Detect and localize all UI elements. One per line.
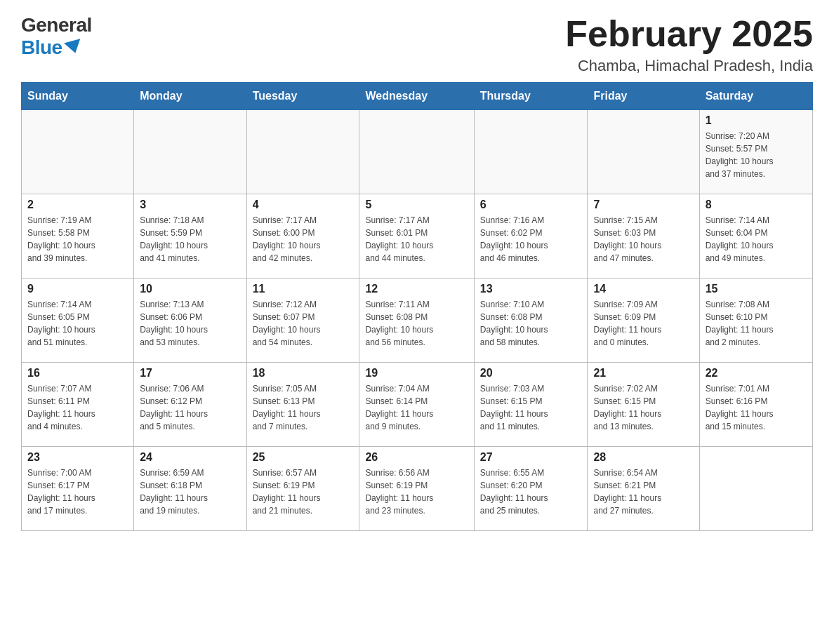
day-number: 27 — [480, 451, 582, 464]
day-info: Sunrise: 7:02 AMSunset: 6:15 PMDaylight:… — [593, 382, 693, 433]
col-tuesday: Tuesday — [246, 83, 359, 110]
calendar-cell: 10Sunrise: 7:13 AMSunset: 6:06 PMDayligh… — [134, 279, 246, 363]
day-number: 16 — [27, 367, 128, 380]
calendar-week-row: 23Sunrise: 7:00 AMSunset: 6:17 PMDayligh… — [22, 447, 813, 531]
calendar-cell: 15Sunrise: 7:08 AMSunset: 6:10 PMDayligh… — [699, 279, 812, 363]
title-block: February 2025 Chamba, Himachal Pradesh, … — [565, 14, 813, 75]
day-number: 23 — [27, 451, 128, 464]
logo-blue-text: Blue — [21, 36, 82, 59]
calendar-cell: 3Sunrise: 7:18 AMSunset: 5:59 PMDaylight… — [134, 194, 246, 279]
day-number: 24 — [140, 451, 240, 464]
calendar-cell: 22Sunrise: 7:01 AMSunset: 6:16 PMDayligh… — [699, 363, 812, 447]
calendar-cell: 27Sunrise: 6:55 AMSunset: 6:20 PMDayligh… — [474, 447, 588, 531]
calendar-cell: 7Sunrise: 7:15 AMSunset: 6:03 PMDaylight… — [588, 194, 699, 279]
calendar-cell: 2Sunrise: 7:19 AMSunset: 5:58 PMDaylight… — [22, 194, 134, 279]
day-number: 8 — [706, 199, 807, 211]
day-info: Sunrise: 7:14 AMSunset: 6:05 PMDaylight:… — [27, 298, 128, 349]
day-info: Sunrise: 7:18 AMSunset: 5:59 PMDaylight:… — [140, 214, 240, 264]
day-info: Sunrise: 7:13 AMSunset: 6:06 PMDaylight:… — [140, 298, 240, 349]
calendar-cell — [22, 110, 134, 194]
logo-triangle-icon — [64, 39, 84, 55]
calendar-cell — [134, 110, 246, 194]
day-number: 5 — [365, 199, 468, 211]
calendar-cell — [246, 110, 359, 194]
day-info: Sunrise: 7:06 AMSunset: 6:12 PMDaylight:… — [140, 382, 240, 433]
calendar-cell: 6Sunrise: 7:16 AMSunset: 6:02 PMDaylight… — [474, 194, 588, 279]
calendar-cell: 21Sunrise: 7:02 AMSunset: 6:15 PMDayligh… — [588, 363, 699, 447]
col-friday: Friday — [588, 83, 699, 110]
calendar-cell: 11Sunrise: 7:12 AMSunset: 6:07 PMDayligh… — [246, 279, 359, 363]
day-number: 15 — [706, 283, 807, 295]
calendar-cell: 20Sunrise: 7:03 AMSunset: 6:15 PMDayligh… — [474, 363, 588, 447]
day-info: Sunrise: 6:59 AMSunset: 6:18 PMDaylight:… — [140, 467, 240, 517]
day-number: 11 — [253, 283, 354, 295]
calendar-cell: 5Sunrise: 7:17 AMSunset: 6:01 PMDaylight… — [359, 194, 474, 279]
day-info: Sunrise: 7:09 AMSunset: 6:09 PMDaylight:… — [593, 298, 693, 349]
day-number: 22 — [706, 367, 807, 380]
day-info: Sunrise: 6:57 AMSunset: 6:19 PMDaylight:… — [253, 467, 354, 517]
calendar-cell: 23Sunrise: 7:00 AMSunset: 6:17 PMDayligh… — [22, 447, 134, 531]
day-info: Sunrise: 7:19 AMSunset: 5:58 PMDaylight:… — [27, 214, 128, 264]
day-info: Sunrise: 7:04 AMSunset: 6:14 PMDaylight:… — [365, 382, 468, 433]
calendar-week-row: 9Sunrise: 7:14 AMSunset: 6:05 PMDaylight… — [22, 279, 813, 363]
day-number: 17 — [140, 367, 240, 380]
month-title: February 2025 — [565, 14, 813, 54]
day-info: Sunrise: 7:17 AMSunset: 6:00 PMDaylight:… — [253, 214, 354, 264]
calendar-cell: 24Sunrise: 6:59 AMSunset: 6:18 PMDayligh… — [134, 447, 246, 531]
col-monday: Monday — [134, 83, 246, 110]
day-number: 2 — [27, 199, 128, 211]
page-header: General Blue February 2025 Chamba, Himac… — [21, 14, 813, 75]
calendar-cell: 18Sunrise: 7:05 AMSunset: 6:13 PMDayligh… — [246, 363, 359, 447]
calendar-week-row: 16Sunrise: 7:07 AMSunset: 6:11 PMDayligh… — [22, 363, 813, 447]
day-info: Sunrise: 6:54 AMSunset: 6:21 PMDaylight:… — [593, 467, 693, 517]
calendar-cell: 17Sunrise: 7:06 AMSunset: 6:12 PMDayligh… — [134, 363, 246, 447]
day-info: Sunrise: 6:55 AMSunset: 6:20 PMDaylight:… — [480, 467, 582, 517]
day-number: 3 — [140, 199, 240, 211]
calendar-week-row: 2Sunrise: 7:19 AMSunset: 5:58 PMDaylight… — [22, 194, 813, 279]
day-info: Sunrise: 7:12 AMSunset: 6:07 PMDaylight:… — [253, 298, 354, 349]
day-info: Sunrise: 7:00 AMSunset: 6:17 PMDaylight:… — [27, 467, 128, 517]
day-info: Sunrise: 7:17 AMSunset: 6:01 PMDaylight:… — [365, 214, 468, 264]
day-number: 18 — [253, 367, 354, 380]
day-number: 25 — [253, 451, 354, 464]
day-info: Sunrise: 7:16 AMSunset: 6:02 PMDaylight:… — [480, 214, 582, 264]
day-number: 1 — [706, 114, 807, 127]
day-number: 9 — [27, 283, 128, 295]
calendar-header-row: Sunday Monday Tuesday Wednesday Thursday… — [22, 83, 813, 110]
day-number: 21 — [593, 367, 693, 380]
day-info: Sunrise: 7:08 AMSunset: 6:10 PMDaylight:… — [706, 298, 807, 349]
col-wednesday: Wednesday — [359, 83, 474, 110]
calendar-cell: 26Sunrise: 6:56 AMSunset: 6:19 PMDayligh… — [359, 447, 474, 531]
day-info: Sunrise: 7:15 AMSunset: 6:03 PMDaylight:… — [593, 214, 693, 264]
day-number: 26 — [365, 451, 468, 464]
calendar-cell: 25Sunrise: 6:57 AMSunset: 6:19 PMDayligh… — [246, 447, 359, 531]
calendar-cell — [699, 447, 812, 531]
logo-general-text: General — [21, 14, 92, 36]
day-number: 13 — [480, 283, 582, 295]
day-number: 10 — [140, 283, 240, 295]
calendar-cell — [588, 110, 699, 194]
calendar-cell: 1Sunrise: 7:20 AMSunset: 5:57 PMDaylight… — [699, 110, 812, 194]
day-number: 19 — [365, 367, 468, 380]
location-title: Chamba, Himachal Pradesh, India — [565, 57, 813, 75]
calendar-cell: 4Sunrise: 7:17 AMSunset: 6:00 PMDaylight… — [246, 194, 359, 279]
logo: General Blue — [21, 14, 92, 59]
col-saturday: Saturday — [699, 83, 812, 110]
day-number: 6 — [480, 199, 582, 211]
calendar-week-row: 1Sunrise: 7:20 AMSunset: 5:57 PMDaylight… — [22, 110, 813, 194]
day-info: Sunrise: 7:10 AMSunset: 6:08 PMDaylight:… — [480, 298, 582, 349]
calendar-table: Sunday Monday Tuesday Wednesday Thursday… — [21, 82, 813, 531]
calendar-cell: 9Sunrise: 7:14 AMSunset: 6:05 PMDaylight… — [22, 279, 134, 363]
day-info: Sunrise: 7:03 AMSunset: 6:15 PMDaylight:… — [480, 382, 582, 433]
calendar-cell: 14Sunrise: 7:09 AMSunset: 6:09 PMDayligh… — [588, 279, 699, 363]
day-number: 12 — [365, 283, 468, 295]
calendar-cell: 16Sunrise: 7:07 AMSunset: 6:11 PMDayligh… — [22, 363, 134, 447]
day-info: Sunrise: 7:07 AMSunset: 6:11 PMDaylight:… — [27, 382, 128, 433]
col-sunday: Sunday — [22, 83, 134, 110]
calendar-cell: 19Sunrise: 7:04 AMSunset: 6:14 PMDayligh… — [359, 363, 474, 447]
col-thursday: Thursday — [474, 83, 588, 110]
calendar-cell: 8Sunrise: 7:14 AMSunset: 6:04 PMDaylight… — [699, 194, 812, 279]
day-info: Sunrise: 7:05 AMSunset: 6:13 PMDaylight:… — [253, 382, 354, 433]
day-info: Sunrise: 7:20 AMSunset: 5:57 PMDaylight:… — [706, 130, 807, 180]
calendar-cell: 12Sunrise: 7:11 AMSunset: 6:08 PMDayligh… — [359, 279, 474, 363]
